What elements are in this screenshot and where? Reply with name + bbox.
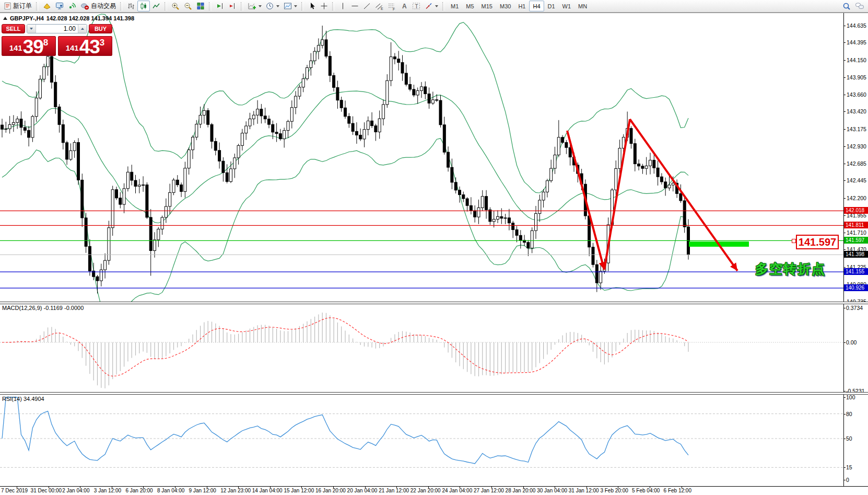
price-axis-tick-mark [843,129,846,130]
fibonacci-tool-button[interactable]: F [385,1,398,11]
bar-chart-mode-button[interactable] [125,1,137,11]
candle-body [500,216,503,218]
new-order-button[interactable]: 新订单 [2,1,34,11]
time-axis-label: 6 Jan 20:00 [125,488,153,493]
indicators-button[interactable] [245,1,264,11]
candle-body [459,190,461,195]
candle-body [58,107,61,124]
candle-body [325,40,327,56]
time-axis-tick [365,487,366,488]
arrows-tool-button[interactable] [423,1,440,11]
signal-icon [68,2,76,10]
autotrading-button[interactable]: 自动交易 [78,1,118,11]
trend-arrow-line[interactable] [604,119,630,270]
sell-button[interactable]: SELL [2,24,25,33]
candle-body [489,210,491,221]
cursor-icon [308,2,316,10]
tile-windows-button[interactable] [194,1,207,11]
bid-price-tile[interactable]: 141398 [2,36,56,56]
timeframe-h1-button[interactable]: H1 [514,1,529,11]
auto-scroll-button[interactable] [214,1,226,11]
candle-body [131,172,133,180]
candle-body [252,115,255,119]
price-axis-tick-mark [843,42,846,43]
candle-body [192,137,194,149]
candle-body [363,130,366,139]
periods-button[interactable] [264,1,281,11]
candle-body [73,143,76,151]
candlestick-mode-button[interactable] [137,1,150,11]
timeframe-w1-button[interactable]: W1 [559,1,575,11]
candle-body [176,180,179,185]
zoom-in-button[interactable] [169,1,182,11]
price-callout-141597[interactable]: 141.597 [796,235,839,249]
svg-text:A: A [402,3,407,10]
rsi-line[interactable] [2,397,688,464]
text-label-tool-button[interactable]: T [410,1,423,11]
volume-input[interactable] [36,25,78,33]
market-watch-button[interactable] [41,1,53,11]
volume-increase-button[interactable] [78,25,87,33]
toolbar-grip [442,2,445,10]
time-axis-label: 31 Jan 12:00 [569,488,599,493]
timeframe-h4-button[interactable]: H4 [529,1,544,11]
buy-button[interactable]: BUY [89,24,112,33]
chat-button[interactable] [853,1,866,11]
timeframe-d1-button[interactable]: D1 [544,1,559,11]
time-axis-label: 31 Dec 00:00 [31,488,62,493]
timeframe-mn-button[interactable]: MN [574,1,591,11]
price-axis-tick-mark [843,111,846,112]
search-button[interactable] [840,1,853,11]
timeframe-m1-button[interactable]: M1 [447,1,462,11]
rsi-indicator-pane[interactable] [0,394,843,486]
macd-indicator-pane[interactable] [0,304,843,392]
templates-button[interactable] [281,1,299,11]
candle-body [497,216,499,219]
rsi-label: RSI(14) 34.4904 [2,396,44,402]
time-axis-label: 30 Jan 04:00 [537,488,567,493]
price-axis-tick-mark [843,146,846,147]
trend-arrow-line[interactable] [630,119,737,271]
main-toolbar: 新订单 自动交易 E F A T [0,0,868,13]
candle-body [310,61,312,67]
price-axis-tick-mark [843,198,846,199]
candle-body [653,160,655,168]
candle-body [115,190,118,198]
collapse-panel-icon[interactable] [3,17,7,20]
time-axis-label: 14 Jan 04:00 [252,488,283,493]
ask-price-tile[interactable]: 141433 [58,36,112,56]
candle-body [382,105,385,119]
horizontal-line-tool-button[interactable] [349,1,361,11]
price-chart[interactable] [0,14,843,302]
candle-body [443,125,445,152]
volume-decrease-button[interactable] [27,25,36,33]
candle-body [123,189,125,204]
vertical-line-tool-button[interactable] [337,1,349,11]
trend-arrow-line[interactable] [567,131,604,270]
pane-separator[interactable] [0,392,868,395]
crosshair-tool-button[interactable] [318,1,330,11]
timeframe-m15-button[interactable]: M15 [478,1,496,11]
timeframe-m30-button[interactable]: M30 [496,1,514,11]
pane-separator[interactable] [0,302,868,304]
cursor-tool-button[interactable] [306,1,318,11]
zoom-out-button[interactable] [182,1,194,11]
time-axis-label: 6 Feb 12:00 [664,488,691,493]
price-callout-anchor[interactable] [792,239,796,243]
text-tool-button[interactable]: A [398,1,410,11]
toolbar-grip [209,2,212,10]
zoom-out-icon [184,2,192,10]
candle-body [329,56,331,76]
price-axis-tick-label: 143.660 [847,91,867,98]
timeframe-m5-button[interactable]: M5 [462,1,477,11]
chart-shift-button[interactable] [226,1,239,11]
rsi-scale-tick [843,467,846,468]
candle-body [157,229,160,239]
channel-tool-button[interactable]: E [373,1,385,11]
trendline-tool-button[interactable] [361,1,373,11]
candle-body [69,151,72,159]
signals-button[interactable] [66,1,78,11]
metaeditor-button[interactable] [53,1,66,11]
line-chart-mode-button[interactable] [150,1,162,11]
add-indicator-icon [248,2,256,10]
